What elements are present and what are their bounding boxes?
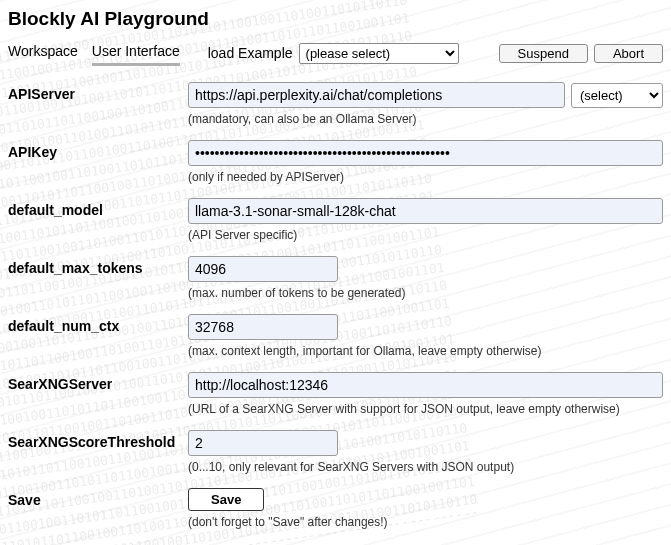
top-toolbar: Workspace User Interface load Example (p… — [8, 40, 663, 66]
searxng-score-threshold-input[interactable] — [188, 430, 338, 456]
searxng-server-label: SearXNGServer — [8, 372, 188, 392]
default-num-ctx-input[interactable] — [188, 314, 338, 340]
default-num-ctx-label: default_num_ctx — [8, 314, 188, 334]
searxng-score-threshold-label: SearXNGScoreThreshold — [8, 430, 188, 450]
save-label: Save — [8, 488, 188, 508]
searxng-server-input[interactable] — [188, 372, 663, 398]
api-server-input[interactable] — [188, 82, 565, 108]
load-example-label: load Example — [208, 45, 293, 61]
page-title: Blockly AI Playground — [8, 8, 663, 30]
searxng-server-hint: (URL of a SearXNG Server with support fo… — [188, 402, 663, 416]
api-key-hint: (only if needed by APIServer) — [188, 170, 663, 184]
save-hint: (don't forget to "Save" after changes!) — [188, 515, 663, 529]
api-key-input[interactable] — [188, 140, 663, 166]
default-model-input[interactable] — [188, 198, 663, 224]
api-server-hint: (mandatory, can also be an Ollama Server… — [188, 112, 663, 126]
default-model-label: default_model — [8, 198, 188, 218]
default-max-tokens-hint: (max. number of tokens to be generated) — [188, 286, 663, 300]
tabs: Workspace User Interface — [8, 40, 180, 66]
searxng-score-threshold-hint: (0...10, only relevant for SearXNG Serve… — [188, 460, 663, 474]
save-button[interactable]: Save — [188, 488, 264, 511]
default-max-tokens-label: default_max_tokens — [8, 256, 188, 276]
api-server-label: APIServer — [8, 82, 188, 102]
abort-button[interactable]: Abort — [594, 44, 663, 63]
settings-form: APIServer (select) (mandatory, can also … — [8, 82, 663, 529]
default-max-tokens-input[interactable] — [188, 256, 338, 282]
default-model-hint: (API Server specific) — [188, 228, 663, 242]
tab-user-interface[interactable]: User Interface — [92, 40, 180, 66]
tab-workspace[interactable]: Workspace — [8, 40, 78, 66]
load-example-select[interactable]: (please select) — [299, 43, 459, 64]
api-key-label: APIKey — [8, 140, 188, 160]
api-server-select[interactable]: (select) — [571, 83, 663, 108]
default-num-ctx-hint: (max. context length, important for Olla… — [188, 344, 663, 358]
suspend-button[interactable]: Suspend — [499, 44, 588, 63]
